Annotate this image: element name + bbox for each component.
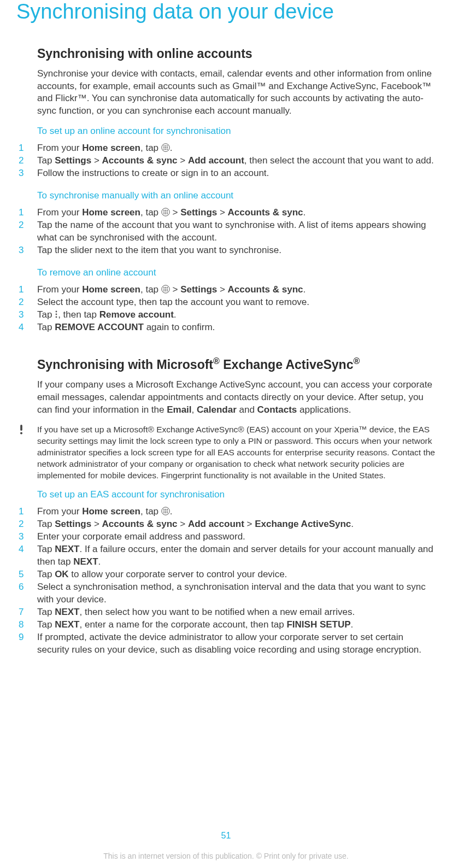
step-number: 9 — [19, 631, 37, 644]
svg-point-22 — [165, 287, 166, 288]
step-number: 1 — [19, 207, 37, 219]
step-text: Tap Settings > Accounts & sync > Add acc… — [37, 518, 436, 531]
step-text: From your Home screen, tap . — [37, 142, 436, 155]
svg-point-6 — [167, 147, 168, 148]
svg-rect-33 — [20, 425, 22, 431]
svg-point-44 — [167, 512, 168, 513]
svg-point-14 — [163, 212, 165, 213]
svg-point-43 — [165, 512, 166, 513]
step-number: 8 — [19, 619, 37, 631]
step: 3 Tap the slider next to the item that y… — [37, 244, 436, 257]
step-number: 4 — [19, 543, 37, 556]
svg-point-7 — [163, 149, 165, 150]
svg-point-13 — [167, 210, 168, 211]
step-number: 1 — [19, 284, 37, 296]
apps-grid-icon — [161, 507, 170, 515]
step-number: 1 — [19, 142, 37, 155]
step: 1 From your Home screen, tap > Settings … — [37, 284, 436, 296]
step-number: 2 — [19, 296, 37, 309]
step-text: Tap Settings > Accounts & sync > Add acc… — [37, 155, 436, 167]
svg-point-36 — [163, 509, 165, 510]
apps-grid-icon — [161, 143, 170, 152]
svg-point-28 — [165, 290, 166, 291]
step-number: 2 — [19, 518, 37, 531]
svg-point-21 — [163, 287, 165, 288]
svg-point-8 — [165, 149, 166, 150]
svg-point-40 — [165, 511, 166, 512]
step-number: 3 — [19, 309, 37, 321]
procedure-heading: To set up an EAS account for synchronisa… — [37, 489, 436, 501]
step-text: From your Home screen, tap > Settings > … — [37, 284, 436, 296]
apps-grid-icon — [161, 208, 170, 216]
section-heading: Synchronising with online accounts — [37, 46, 436, 62]
step-text: Tap , then tap Remove account. — [37, 309, 436, 321]
section-intro: If your company uses a Microsoft Exchang… — [37, 379, 436, 417]
step-text: Tap the slider next to the item that you… — [37, 244, 436, 257]
step-number: 6 — [19, 581, 37, 594]
step-number: 2 — [19, 155, 37, 167]
svg-point-29 — [167, 290, 168, 291]
section-exchange: Synchronising with Microsoft® Exchange A… — [37, 355, 436, 656]
apps-grid-icon — [161, 285, 170, 294]
procedure-steps: 1 From your Home screen, tap > Settings … — [37, 284, 436, 334]
svg-point-31 — [56, 314, 57, 315]
svg-point-39 — [163, 511, 165, 512]
note-text: If you have set up a Microsoft® Exchange… — [37, 424, 436, 482]
step: 6 Select a synchronisation method, a syn… — [37, 581, 436, 606]
step: 4 Tap REMOVE ACCOUNT again to confirm. — [37, 321, 436, 334]
step-number: 3 — [19, 244, 37, 257]
svg-point-27 — [163, 290, 165, 291]
svg-point-41 — [167, 511, 168, 512]
step: 1 From your Home screen, tap > Settings … — [37, 207, 436, 219]
step-text: Tap NEXT, then select how you want to be… — [37, 606, 436, 619]
svg-point-23 — [167, 287, 168, 288]
document-page: Synchronising data on your device Synchr… — [0, 0, 452, 868]
procedure-steps: 1 From your Home screen, tap . 2 Tap Set… — [37, 142, 436, 180]
step-text: Select a synchronisation method, a synch… — [37, 581, 436, 606]
procedure-steps: 1 From your Home screen, tap > Settings … — [37, 207, 436, 257]
step-number: 2 — [19, 219, 37, 232]
step-number: 3 — [19, 531, 37, 543]
step: 3 Enter your corporate email address and… — [37, 531, 436, 543]
step: 2 Tap Settings > Accounts & sync > Add a… — [37, 518, 436, 531]
svg-point-34 — [20, 432, 22, 434]
svg-point-30 — [56, 311, 57, 313]
svg-point-4 — [163, 147, 165, 148]
svg-point-37 — [165, 509, 166, 510]
footer-note: This is an internet version of this publ… — [0, 852, 452, 860]
step: 2 Tap Settings > Accounts & sync > Add a… — [37, 155, 436, 167]
svg-point-24 — [163, 289, 165, 290]
step: 8 Tap NEXT, enter a name for the corpora… — [37, 619, 436, 631]
step-number: 4 — [19, 321, 37, 334]
svg-point-9 — [167, 149, 168, 150]
step-text: Tap OK to allow your corporate server to… — [37, 568, 436, 581]
procedure-heading: To set up an online account for synchron… — [37, 125, 436, 138]
step: 2 Select the account type, then tap the … — [37, 296, 436, 309]
step: 7 Tap NEXT, then select how you want to … — [37, 606, 436, 619]
procedure-steps: 1 From your Home screen, tap . 2 Tap Set… — [37, 506, 436, 656]
svg-point-26 — [167, 289, 168, 290]
svg-point-18 — [165, 213, 166, 214]
step: 4 Tap NEXT. If a failure occurs, enter t… — [37, 543, 436, 568]
page-title: Synchronising data on your device — [16, 0, 436, 24]
svg-point-32 — [56, 316, 57, 318]
svg-point-1 — [163, 145, 165, 146]
step-text: If prompted, activate the device adminis… — [37, 631, 436, 656]
svg-point-17 — [163, 213, 165, 214]
step-text: Enter your corporate email address and p… — [37, 531, 436, 543]
svg-point-42 — [163, 512, 165, 513]
step-text: Select the account type, then tap the ac… — [37, 296, 436, 309]
step: 3 Follow the instructions to create or s… — [37, 167, 436, 180]
section-heading: Synchronising with Microsoft® Exchange A… — [37, 355, 436, 373]
step-text: Tap REMOVE ACCOUNT again to confirm. — [37, 321, 436, 334]
svg-point-15 — [165, 212, 166, 213]
step: 1 From your Home screen, tap . — [37, 506, 436, 518]
svg-point-16 — [167, 212, 168, 213]
exclamation-icon — [19, 424, 37, 437]
section-intro: Synchronise your device with contacts, e… — [37, 68, 436, 118]
step: 2 Tap the name of the account that you w… — [37, 219, 436, 244]
svg-point-19 — [167, 213, 168, 214]
step-number: 3 — [19, 167, 37, 180]
svg-point-11 — [163, 210, 165, 211]
step: 3 Tap , then tap Remove account. — [37, 309, 436, 321]
